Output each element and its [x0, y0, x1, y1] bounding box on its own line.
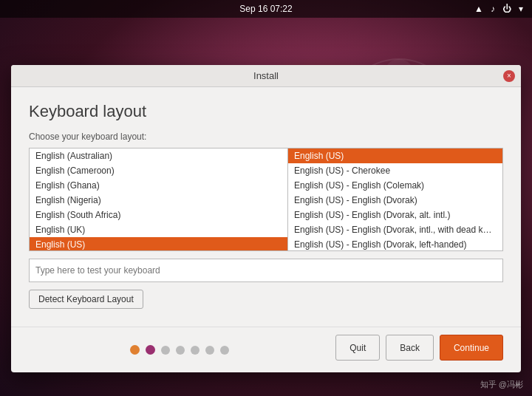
variant-item[interactable]: English (US) - English (Dvorak, left-han…	[288, 237, 502, 250]
dot-6	[205, 346, 214, 355]
keyboard-list-container: English (Australian) English (Cameroon) …	[29, 148, 503, 251]
progress-dots	[130, 335, 229, 361]
menu-icon[interactable]: ▾	[519, 4, 523, 14]
page-title: Keyboard layout	[29, 102, 503, 121]
dot-3	[161, 346, 170, 355]
variant-item[interactable]: English (US) - English (Dvorak, intl., w…	[288, 222, 502, 237]
dot-7	[220, 346, 229, 355]
dialog-content: Keyboard layout Choose your keyboard lay…	[11, 87, 521, 321]
datetime-label: Sep 16 07:22	[239, 4, 292, 14]
dot-4	[176, 346, 185, 355]
title-bar: Install ×	[11, 65, 521, 87]
list-item[interactable]: English (UK)	[30, 222, 287, 237]
topbar-datetime: Sep 16 07:22	[239, 4, 292, 14]
close-button[interactable]: ×	[503, 70, 515, 82]
list-item[interactable]: English (Cameroon)	[30, 163, 287, 178]
continue-button[interactable]: Continue	[440, 335, 503, 361]
dialog-footer: Quit Back Continue	[11, 327, 521, 372]
dot-5	[191, 346, 200, 355]
language-list[interactable]: English (Australian) English (Cameroon) …	[30, 148, 288, 250]
dot-2	[146, 345, 155, 355]
list-item-selected[interactable]: English (US)	[30, 237, 287, 250]
keyboard-test-input[interactable]	[29, 259, 503, 282]
variant-list[interactable]: English (US) English (US) - Cherokee Eng…	[288, 148, 502, 250]
power-icon[interactable]: ⏻	[502, 4, 511, 14]
network-icon[interactable]: ▲	[474, 4, 483, 14]
variant-item-selected[interactable]: English (US)	[288, 148, 502, 163]
variant-item[interactable]: English (US) - Cherokee	[288, 163, 502, 178]
topbar-right-icons: ▲ ♪ ⏻ ▾	[474, 4, 523, 14]
back-button[interactable]: Back	[386, 335, 434, 361]
window-title: Install	[253, 70, 279, 81]
list-item[interactable]: English (Australian)	[30, 148, 287, 163]
list-item[interactable]: English (South Africa)	[30, 208, 287, 222]
close-icon: ×	[507, 72, 511, 80]
quit-button[interactable]: Quit	[335, 335, 380, 361]
install-dialog: Install × Keyboard layout Choose your ke…	[11, 65, 521, 372]
dot-1	[130, 345, 140, 355]
keyboard-layout-subtitle: Choose your keyboard layout:	[29, 132, 503, 142]
list-item[interactable]: English (Ghana)	[30, 178, 287, 193]
list-item[interactable]: English (Nigeria)	[30, 193, 287, 208]
watermark: 知乎 @冯彬	[480, 379, 523, 390]
volume-icon[interactable]: ♪	[491, 4, 495, 14]
detect-keyboard-button[interactable]: Detect Keyboard Layout	[29, 290, 143, 309]
topbar: Sep 16 07:22 ▲ ♪ ⏻ ▾	[0, 0, 532, 18]
variant-item[interactable]: English (US) - English (Dvorak)	[288, 193, 502, 208]
variant-item[interactable]: English (US) - English (Dvorak, alt. int…	[288, 208, 502, 222]
variant-item[interactable]: English (US) - English (Colemak)	[288, 178, 502, 193]
